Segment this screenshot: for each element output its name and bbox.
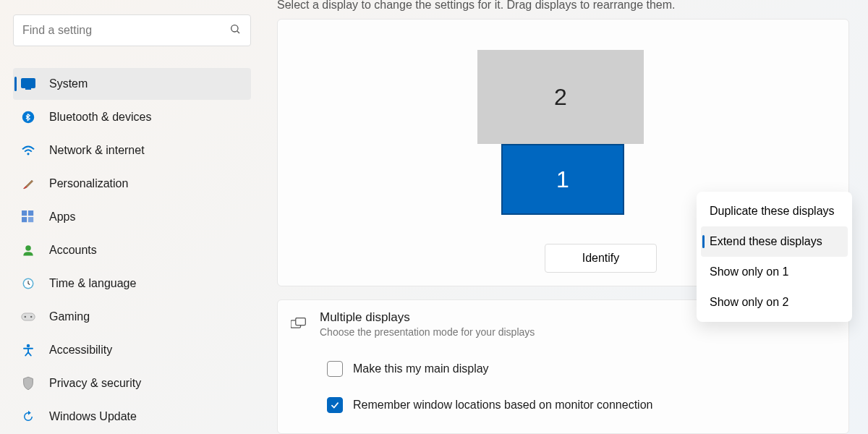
sidebar: System Bluetooth & devices Network & int…: [0, 0, 264, 434]
option-remember-locations[interactable]: Remember window locations based on monit…: [278, 387, 848, 423]
dropdown-item-show1[interactable]: Show only on 1: [701, 257, 848, 287]
sidebar-item-bluetooth[interactable]: Bluetooth & devices: [13, 101, 251, 133]
sidebar-item-accounts[interactable]: Accounts: [13, 234, 251, 266]
sidebar-item-apps[interactable]: Apps: [13, 201, 251, 233]
checkbox-checked[interactable]: [327, 397, 343, 413]
sidebar-item-time[interactable]: Time & language: [13, 268, 251, 299]
sidebar-item-label: Network & internet: [49, 144, 145, 157]
wifi-icon: [20, 142, 36, 158]
main-content: Select a display to change the settings …: [264, 0, 868, 434]
gamepad-icon: [20, 309, 36, 325]
monitor-2[interactable]: 2: [477, 50, 644, 144]
sidebar-item-label: Accessibility: [49, 344, 112, 357]
sidebar-item-privacy[interactable]: Privacy & security: [13, 367, 251, 399]
sidebar-item-network[interactable]: Network & internet: [13, 135, 251, 166]
svg-point-15: [30, 316, 33, 318]
update-icon: [20, 409, 36, 425]
monitor-1[interactable]: 1: [501, 144, 624, 215]
option-label: Remember window locations based on monit…: [353, 399, 652, 412]
sidebar-item-label: Gaming: [49, 310, 90, 323]
option-label: Make this my main display: [353, 362, 489, 375]
apps-icon: [20, 209, 36, 225]
svg-point-10: [25, 245, 31, 251]
svg-line-1: [237, 31, 239, 33]
identify-button[interactable]: Identify: [545, 244, 657, 273]
arrangement-instruction: Select a display to change the settings …: [277, 0, 849, 12]
sidebar-item-gaming[interactable]: Gaming: [13, 301, 251, 333]
dropdown-item-duplicate[interactable]: Duplicate these displays: [701, 196, 848, 226]
svg-point-14: [25, 316, 27, 318]
svg-rect-8: [22, 217, 27, 222]
svg-rect-3: [25, 88, 31, 90]
search-box: [13, 14, 251, 46]
svg-rect-2: [21, 78, 35, 88]
sidebar-item-label: Time & language: [49, 277, 136, 290]
svg-point-5: [27, 153, 29, 155]
sidebar-item-label: Accounts: [49, 244, 97, 257]
sidebar-item-personalization[interactable]: Personalization: [13, 168, 251, 200]
sidebar-item-update[interactable]: Windows Update: [13, 401, 251, 433]
svg-point-0: [231, 25, 238, 32]
sidebar-item-label: Apps: [49, 210, 75, 224]
checkbox-unchecked[interactable]: [327, 361, 343, 377]
search-input[interactable]: [13, 14, 251, 46]
system-icon: [20, 76, 36, 92]
sidebar-item-label: Windows Update: [49, 410, 137, 423]
sidebar-item-label: Personalization: [49, 177, 128, 190]
svg-rect-13: [22, 313, 35, 320]
sidebar-item-label: Bluetooth & devices: [49, 111, 151, 124]
sidebar-nav: System Bluetooth & devices Network & int…: [13, 68, 251, 433]
display-mode-dropdown: Duplicate these displays Extend these di…: [697, 192, 852, 322]
shield-icon: [20, 375, 36, 391]
paintbrush-icon: [20, 176, 36, 192]
search-icon[interactable]: [229, 23, 241, 38]
svg-rect-7: [28, 210, 33, 216]
svg-rect-6: [22, 210, 27, 216]
card-subtitle: Choose the presentation mode for your di…: [320, 326, 535, 338]
dropdown-item-show2[interactable]: Show only on 2: [701, 287, 848, 318]
dropdown-item-extend[interactable]: Extend these displays: [701, 226, 848, 257]
sidebar-item-system[interactable]: System: [13, 68, 251, 100]
svg-rect-9: [28, 217, 33, 222]
sidebar-item-label: System: [49, 77, 88, 90]
svg-rect-18: [296, 318, 306, 326]
card-title: Multiple displays: [320, 310, 535, 325]
bluetooth-icon: [20, 109, 36, 125]
card-body: Make this my main display Remember windo…: [278, 345, 848, 433]
accessibility-icon: [20, 342, 36, 358]
option-main-display[interactable]: Make this my main display: [278, 351, 848, 387]
clock-icon: [20, 276, 36, 292]
person-icon: [20, 242, 36, 258]
svg-point-16: [27, 344, 30, 348]
sidebar-item-accessibility[interactable]: Accessibility: [13, 334, 251, 366]
displays-icon: [291, 316, 307, 332]
sidebar-item-label: Privacy & security: [49, 377, 141, 390]
